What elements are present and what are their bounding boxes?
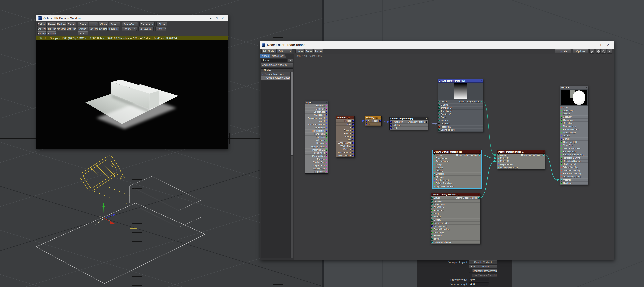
input-port-normal[interactable] bbox=[434, 167, 435, 168]
ipr-button-pause[interactable]: Pause bbox=[47, 22, 56, 26]
input-port-bump[interactable] bbox=[434, 164, 435, 165]
pan-button[interactable] bbox=[596, 49, 600, 54]
search-dropdown-button[interactable]: ▼ bbox=[288, 59, 293, 62]
minimize-button[interactable]: – bbox=[591, 43, 598, 47]
output-port-geometric-normal[interactable] bbox=[326, 118, 327, 119]
input-port-color-filter[interactable] bbox=[561, 145, 562, 146]
input-port-transmission[interactable] bbox=[434, 161, 435, 162]
preview-width-field[interactable]: 640 bbox=[469, 278, 489, 281]
input-port-translate-u[interactable] bbox=[438, 107, 440, 109]
edit-pencil-button[interactable] bbox=[589, 49, 594, 54]
input-port-diffuse[interactable] bbox=[431, 197, 433, 199]
ipr-button-beauty[interactable]: Beauty▼ bbox=[122, 27, 137, 31]
output-port-world-forward[interactable] bbox=[352, 152, 354, 153]
input-port-lightwave-material[interactable] bbox=[434, 186, 435, 187]
node-menu-arrow-icon[interactable]: ▼ bbox=[478, 193, 480, 196]
output-port-radiosity-ray[interactable] bbox=[326, 168, 327, 169]
output-port-world-position[interactable] bbox=[352, 142, 354, 144]
input-port-refraction-blurring[interactable] bbox=[561, 160, 562, 162]
input-port-refraction-index[interactable] bbox=[431, 222, 433, 224]
output-port-octane-glossy-material[interactable] bbox=[478, 197, 480, 199]
ipr-button-redraw[interactable]: Redraw bbox=[57, 22, 66, 26]
input-port-translucency[interactable] bbox=[561, 132, 562, 133]
list-scrollbar[interactable] bbox=[290, 72, 293, 257]
node-list-group-octane-materials[interactable]: ▼Octane Materials bbox=[261, 72, 293, 76]
input-port-specular[interactable] bbox=[561, 116, 562, 118]
node-menu-arrow-icon[interactable]: ▼ bbox=[352, 116, 354, 119]
input-port-translate-v[interactable] bbox=[438, 110, 440, 112]
undock-preview-win-button[interactable]: Undock Preview Win bbox=[469, 269, 497, 272]
node-input[interactable]: Input▼Screen XScreen YObject SpotWorld S… bbox=[305, 101, 328, 174]
ipr-button-fix-asp[interactable]: Fix Asp. bbox=[38, 32, 47, 36]
output-port-polygon-index[interactable] bbox=[326, 146, 327, 147]
input-port-material[interactable] bbox=[561, 179, 562, 181]
output-port-octane-material-mixer[interactable] bbox=[543, 154, 544, 156]
output-port-scaling[interactable] bbox=[352, 136, 354, 137]
output-port-preprocess[interactable] bbox=[326, 171, 327, 172]
node-editor-titlebar[interactable]: Node Editor - roadSurface – □ ✕ bbox=[260, 41, 614, 49]
maximize-button[interactable]: □ bbox=[214, 17, 220, 20]
input-port-material-2[interactable] bbox=[498, 161, 499, 162]
output-port-right[interactable] bbox=[352, 123, 354, 125]
preview-height-field[interactable]: 480 bbox=[469, 282, 489, 286]
output-port-incidence[interactable] bbox=[326, 140, 327, 141]
input-port-anisotropy[interactable] bbox=[431, 232, 433, 233]
input-port-displacement[interactable] bbox=[498, 164, 499, 165]
node-menu-arrow-icon[interactable]: ▼ bbox=[326, 101, 327, 104]
close-button[interactable]: ✕ bbox=[220, 17, 226, 20]
menu-button-add-node[interactable]: Add Node▼ bbox=[261, 49, 276, 53]
input-port-normal[interactable] bbox=[561, 135, 562, 136]
input-port-scale-u[interactable] bbox=[438, 117, 440, 118]
ipr-button-hdrls[interactable]: HDRLS bbox=[108, 27, 119, 31]
output-port-sampled-ray[interactable] bbox=[326, 165, 327, 166]
output-port-octane-projection[interactable] bbox=[426, 121, 427, 123]
input-port-bump[interactable] bbox=[431, 213, 433, 214]
node-multiply[interactable]: Multiply (1)▼AResultB bbox=[365, 116, 382, 126]
input-port-material-1[interactable] bbox=[498, 158, 499, 159]
ipr-button-sel-only[interactable]: Sel Only bbox=[38, 27, 47, 31]
ipr-button-store[interactable]: Store bbox=[78, 22, 88, 26]
input-port-power[interactable] bbox=[438, 101, 440, 102]
menu-button-purge[interactable]: Purge bbox=[314, 49, 323, 53]
viewport-layout-dropdown[interactable]: Double Vertical ▼ bbox=[469, 260, 497, 264]
menu-button-redo[interactable]: Redo bbox=[304, 49, 313, 53]
output-port-forward[interactable] bbox=[352, 130, 354, 131]
ipr-button-clay[interactable]: Clay _▼ bbox=[156, 27, 166, 31]
output-port-polygon-side[interactable] bbox=[326, 155, 327, 157]
node-menu-arrow-icon[interactable]: ▼ bbox=[586, 86, 587, 89]
node-item_info[interactable]: Item Info (1)▼PositionRightUpForwardRota… bbox=[336, 116, 355, 157]
input-port-clip-map[interactable] bbox=[561, 182, 562, 184]
zoom-button[interactable] bbox=[601, 49, 606, 54]
output-port-world-right[interactable] bbox=[352, 146, 354, 147]
ipr-button-mat-upd[interactable]: Mat Upd bbox=[67, 27, 76, 31]
output-port-incoming-eta[interactable] bbox=[326, 149, 327, 151]
input-port-displacement[interactable] bbox=[431, 225, 433, 227]
ipr-button-sh-ball[interactable]: Sh.Ball bbox=[99, 27, 108, 31]
ipr-button-no-upd[interactable]: No Upd. bbox=[57, 27, 66, 31]
input-port-a[interactable] bbox=[366, 120, 367, 122]
output-port-world-spot[interactable] bbox=[326, 114, 327, 116]
close-button[interactable]: ✕ bbox=[605, 43, 612, 47]
node-graph-canvas[interactable]: X:107 Y:88 Zoom:100% Input▼Screen XScree… bbox=[294, 54, 614, 260]
node-surface[interactable]: Surface▼ColorLuminosityDiffuseSpecularGl… bbox=[560, 86, 588, 185]
input-port-edges-rounding[interactable] bbox=[431, 229, 433, 230]
output-port-ray-length[interactable] bbox=[326, 133, 327, 135]
ipr-button-close[interactable]: Close bbox=[156, 22, 167, 26]
output-port-thread-index[interactable] bbox=[326, 152, 327, 154]
node-search-input[interactable]: glossy bbox=[260, 59, 287, 62]
input-port-displacement[interactable] bbox=[434, 180, 435, 181]
node-glossy[interactable]: Octane Glossy Material (1)▼DiffuseOctane… bbox=[430, 193, 480, 244]
add-selected-nodes-button[interactable]: Add Selected Node(s) bbox=[260, 63, 293, 67]
input-port-reflection-blurring[interactable] bbox=[561, 157, 562, 159]
node-menu-arrow-icon[interactable]: ▼ bbox=[481, 79, 482, 83]
input-port-gamma[interactable] bbox=[438, 104, 440, 106]
input-port-displacement[interactable] bbox=[561, 163, 562, 165]
input-port-reflection[interactable] bbox=[561, 122, 562, 124]
output-port-preview[interactable] bbox=[326, 159, 327, 160]
input-port-emission[interactable] bbox=[434, 173, 435, 175]
input-port-rotation[interactable] bbox=[390, 124, 392, 126]
tab-node-flow[interactable]: Node Flow bbox=[270, 54, 286, 58]
output-port-pivot-rotation[interactable] bbox=[352, 155, 354, 156]
input-port-color[interactable] bbox=[561, 107, 562, 108]
input-port-bump[interactable] bbox=[561, 138, 562, 140]
